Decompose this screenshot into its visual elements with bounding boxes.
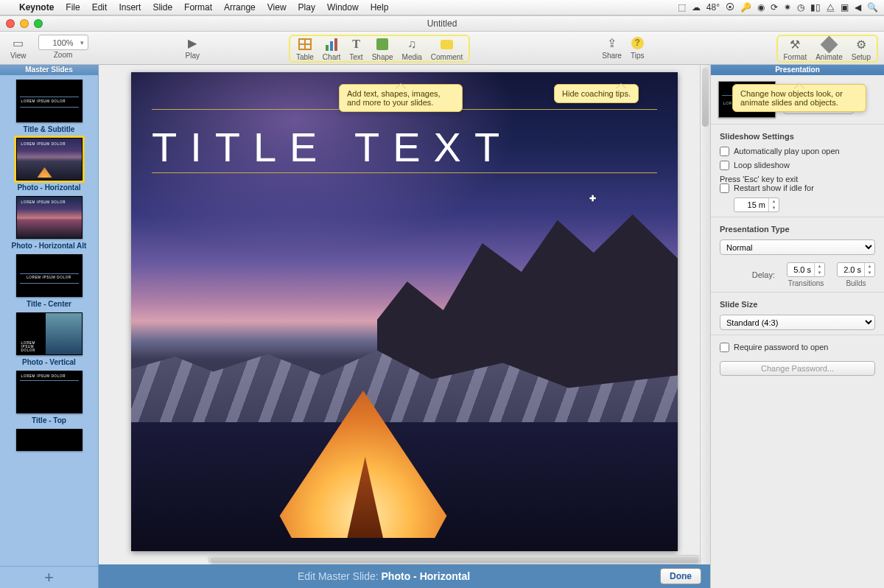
presentation-type-select[interactable]: Normal xyxy=(720,239,875,255)
stepper-down-icon[interactable]: ▼ xyxy=(769,205,779,211)
restart-idle-value[interactable] xyxy=(734,200,768,209)
menu-file[interactable]: File xyxy=(60,2,85,13)
restart-label: Restart show if idle for xyxy=(734,183,814,192)
shape-icon xyxy=(376,36,388,52)
menu-help[interactable]: Help xyxy=(365,2,395,13)
add-slide-button[interactable]: + xyxy=(0,566,98,588)
loop-checkbox[interactable] xyxy=(720,161,729,170)
canvas-scroll[interactable]: BODY LEVEL ONE BODY LEVEL TWO TITLE TEXT… xyxy=(99,65,710,564)
require-password-checkbox[interactable] xyxy=(720,343,729,352)
menu-window[interactable]: Window xyxy=(321,2,365,13)
menu-format[interactable]: Format xyxy=(178,2,218,13)
master-thumb-title-center[interactable]: LOREM IPSUM DOLOR Title - Center xyxy=(0,254,98,308)
chart-button[interactable]: Chart xyxy=(318,36,345,61)
insert-tool-group: Table Chart T Text Shape ♫ Media Comment xyxy=(289,35,470,63)
builds-delay-stepper[interactable]: ▲▼ xyxy=(837,262,875,277)
battery-icon[interactable]: ▮▯ xyxy=(810,2,821,13)
media-button[interactable]: ♫ Media xyxy=(398,36,427,61)
view-button[interactable]: ▭ View xyxy=(6,35,31,60)
table-label: Table xyxy=(296,53,314,61)
auto-play-label: Automatically play upon open xyxy=(734,147,840,155)
shape-button[interactable]: Shape xyxy=(368,36,398,61)
weather-icon[interactable]: ☁ xyxy=(692,2,701,13)
stepper-up-icon[interactable]: ▲ xyxy=(865,263,874,270)
user-icon[interactable]: ◉ xyxy=(757,2,765,13)
menu-app[interactable]: Keynote xyxy=(13,2,60,13)
text-label: Text xyxy=(349,53,362,61)
done-button[interactable]: Done xyxy=(660,568,701,584)
format-button[interactable]: ⚒ Format xyxy=(779,36,812,61)
media-icon: ♫ xyxy=(407,36,416,52)
edit-master-label: Edit Master Slide: Photo - Horizontal xyxy=(298,570,470,582)
edit-master-name: Photo - Horizontal xyxy=(382,570,471,582)
sync-icon[interactable]: ⟳ xyxy=(771,2,778,13)
key-icon[interactable]: 🔑 xyxy=(740,2,751,13)
auto-play-checkbox[interactable] xyxy=(720,147,729,156)
zoom-button[interactable] xyxy=(34,19,43,28)
tips-button[interactable]: ? Tips xyxy=(626,35,649,60)
text-icon: T xyxy=(352,36,360,52)
transitions-delay-stepper[interactable]: ▲▼ xyxy=(787,262,825,277)
zoom-value: 100% xyxy=(52,38,73,47)
master-thumb-title-subtitle[interactable]: LOREM IPSUM DOLOR Title & Subtitle xyxy=(0,80,98,133)
app-window: Untitled ▭ View 100% Zoom ▶ Play Table C… xyxy=(0,15,884,588)
master-thumb-photo-vertical[interactable]: LOREM IPSUM DOLOR Photo - Vertical xyxy=(0,312,98,366)
change-password-button[interactable]: Change Password... xyxy=(720,361,875,376)
canvas-horizontal-scrollbar[interactable] xyxy=(208,555,701,564)
menu-view[interactable]: View xyxy=(262,2,292,13)
coaching-tip-insert[interactable]: Add text, shapes, images, and more to yo… xyxy=(339,84,463,112)
stepper-down-icon[interactable]: ▼ xyxy=(865,270,874,276)
rss-icon[interactable]: ⦿ xyxy=(726,2,734,13)
menu-insert[interactable]: Insert xyxy=(113,2,147,13)
comment-button[interactable]: Comment xyxy=(427,36,467,61)
master-thumb-photo-horizontal-alt[interactable]: LOREM IPSUM DOLOR Photo - Horizontal Alt xyxy=(0,196,98,250)
zoom-dropdown[interactable]: 100% Zoom xyxy=(34,35,93,59)
builds-delay-value[interactable] xyxy=(838,265,864,274)
stepper-up-icon[interactable]: ▲ xyxy=(815,263,824,270)
setup-button[interactable]: ⚙ Setup xyxy=(847,36,875,61)
animate-button[interactable]: Animate xyxy=(811,36,847,61)
stepper-up-icon[interactable]: ▲ xyxy=(769,198,779,205)
menu-arrange[interactable]: Arrange xyxy=(218,2,262,13)
master-thumb-photo-horizontal[interactable]: LOREM IPSUM DOLOR Photo - Horizontal xyxy=(0,138,98,192)
dropbox-icon[interactable]: ⬚ xyxy=(678,2,686,13)
stepper-down-icon[interactable]: ▼ xyxy=(815,270,824,276)
inspector-tab-presentation[interactable]: Presentation xyxy=(711,65,884,75)
text-button[interactable]: T Text xyxy=(345,36,367,61)
display-icon[interactable]: ▣ xyxy=(841,2,849,13)
canvas-area: BODY LEVEL ONE BODY LEVEL TWO TITLE TEXT… xyxy=(99,65,710,588)
spotlight-icon[interactable]: 🔍 xyxy=(867,2,878,13)
coaching-tip-hide[interactable]: Hide coaching tips. xyxy=(554,84,639,103)
menu-edit[interactable]: Edit xyxy=(86,2,113,13)
master-thumb-title-top[interactable]: LOREM IPSUM DOLOR Title - Top xyxy=(0,371,98,424)
play-button[interactable]: ▶ Play xyxy=(181,35,204,60)
coaching-tip-inspector[interactable]: Change how objects look, or animate slid… xyxy=(732,84,866,112)
restart-idle-stepper[interactable]: ▲▼ xyxy=(734,197,779,212)
chart-label: Chart xyxy=(323,53,340,61)
menu-play[interactable]: Play xyxy=(292,2,321,13)
title-text-placeholder[interactable]: TITLE TEXT xyxy=(152,123,657,171)
canvas-vertical-scrollbar[interactable] xyxy=(700,65,710,564)
wifi-icon[interactable]: ⧋ xyxy=(827,2,835,13)
thumb-label: Title - Center xyxy=(27,300,71,308)
master-thumb-extra[interactable] xyxy=(0,429,98,451)
window-title: Untitled xyxy=(427,18,457,29)
minimize-button[interactable] xyxy=(20,19,29,28)
format-label: Format xyxy=(784,53,807,61)
volume-icon[interactable]: ◀ xyxy=(855,2,861,13)
play-label: Play xyxy=(186,52,200,60)
password-section: Require password to open Change Password… xyxy=(711,335,884,380)
slideshow-settings-header: Slideshow Settings xyxy=(720,132,875,141)
clock-icon[interactable]: ◷ xyxy=(797,2,804,13)
builds-caption: Builds xyxy=(846,279,866,287)
restart-checkbox[interactable] xyxy=(720,183,729,193)
table-button[interactable]: Table xyxy=(292,36,318,61)
close-button[interactable] xyxy=(6,19,15,28)
slide-size-select[interactable]: Standard (4:3) xyxy=(720,315,875,330)
gear-icon[interactable]: ✷ xyxy=(784,2,791,13)
transitions-delay-value[interactable] xyxy=(787,265,814,274)
menu-slide[interactable]: Slide xyxy=(147,2,178,13)
play-icon: ▶ xyxy=(188,35,197,51)
slide-canvas[interactable]: BODY LEVEL ONE BODY LEVEL TWO TITLE TEXT… xyxy=(131,72,678,551)
share-button[interactable]: ⇪ Share xyxy=(597,35,626,60)
